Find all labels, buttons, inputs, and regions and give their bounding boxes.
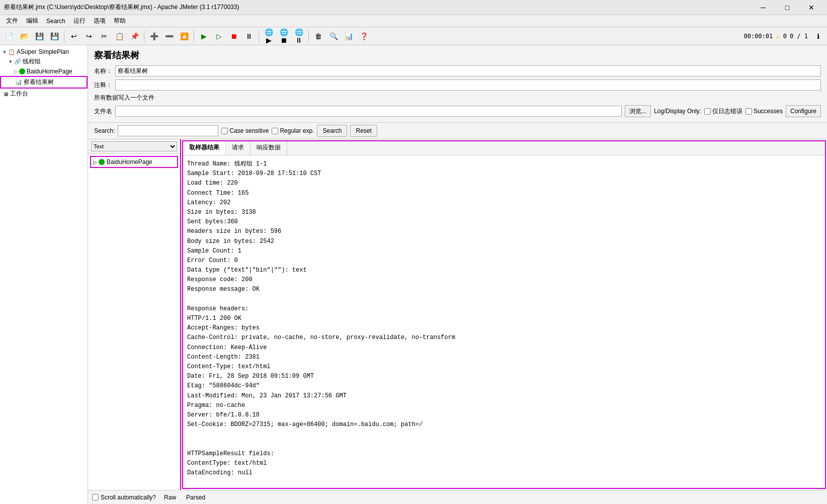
- save-button[interactable]: 💾: [32, 29, 46, 43]
- up-button[interactable]: 🔼: [177, 29, 191, 43]
- result-type-dropdown[interactable]: Text: [91, 141, 177, 151]
- reset-button[interactable]: Reset: [350, 125, 377, 137]
- clear-all-button[interactable]: 🗑: [311, 29, 325, 43]
- menu-edit[interactable]: 编辑: [22, 16, 42, 26]
- tree-item-plan[interactable]: ▼ 📋 ASuper SimplePlan: [0, 47, 88, 56]
- search-button[interactable]: Search: [317, 125, 347, 137]
- tab-response-data[interactable]: 响应数据: [251, 141, 287, 155]
- parsed-tab[interactable]: Parsed: [184, 493, 207, 502]
- success-label: Successes: [754, 108, 783, 115]
- window-controls: ─ □ ✕: [752, 0, 823, 15]
- minimize-button[interactable]: ─: [752, 0, 775, 15]
- sep2: [144, 30, 144, 42]
- tree-item-view-result[interactable]: 📊 察看结果树: [0, 76, 88, 89]
- remove-button[interactable]: ➖: [162, 29, 176, 43]
- main-layout: ▼ 📋 ASuper SimplePlan ▼ 🔗 线程组 ▷ BaiduHom…: [0, 45, 827, 504]
- raw-tab[interactable]: Raw: [162, 493, 178, 502]
- remote-stop-button[interactable]: 🌐⏹: [277, 29, 291, 43]
- remote-shutdown-button[interactable]: 🌐⏸: [292, 29, 306, 43]
- write-all-row: 所有数据写入一个文件: [94, 94, 821, 102]
- right-panel: 察看结果树 名称： 注释： 所有数据写入一个文件 文件名 浏览... Log/D…: [88, 45, 827, 504]
- scroll-checkbox[interactable]: [92, 494, 99, 500]
- close-button[interactable]: ✕: [800, 0, 823, 15]
- search-input[interactable]: [118, 125, 218, 136]
- menu-bar: 文件 编辑 Search 运行 选项 帮助: [0, 15, 827, 27]
- tree-item-wb-label: 工作台: [10, 90, 28, 98]
- paste-button[interactable]: 📌: [127, 29, 141, 43]
- menu-search[interactable]: Search: [42, 17, 69, 26]
- sep1: [64, 30, 64, 42]
- result-status-dot: [99, 159, 105, 165]
- sep4: [259, 30, 259, 42]
- add-button[interactable]: ➕: [147, 29, 161, 43]
- view-result-icon: 📊: [15, 79, 22, 86]
- save-as-button[interactable]: 💾: [47, 29, 61, 43]
- regular-exp-checkbox[interactable]: [272, 128, 278, 134]
- expand-arrow-tg: ▼: [8, 59, 13, 64]
- name-label: 名称：: [94, 67, 112, 75]
- menu-help[interactable]: 帮助: [110, 16, 130, 26]
- tree-item-thread-group[interactable]: ▼ 🔗 线程组: [0, 56, 88, 67]
- start-button[interactable]: ▶: [197, 29, 211, 43]
- result-list-header: Text: [88, 139, 180, 154]
- maximize-button[interactable]: □: [776, 0, 799, 15]
- open-button[interactable]: 📂: [17, 29, 31, 43]
- result-expand-icon: ▷: [93, 159, 97, 165]
- timer-display: 00:00:01: [743, 33, 773, 40]
- toolbar-info: 00:00:01 ⚠ 0 0 / 1 ℹ: [743, 29, 825, 43]
- result-list-body: ▷ BaiduHomePage: [88, 154, 180, 490]
- case-sensitive-text: Case sensitive: [229, 127, 269, 134]
- tree-item-tg-label: 线程组: [23, 57, 41, 66]
- browse-button[interactable]: 浏览...: [625, 105, 651, 117]
- tab-request[interactable]: 请求: [226, 141, 251, 155]
- name-row: 名称：: [94, 65, 821, 76]
- shutdown-button[interactable]: ⏸: [242, 29, 256, 43]
- function-helper-button[interactable]: 📊: [342, 29, 356, 43]
- name-input[interactable]: [115, 65, 821, 76]
- log-display-label: Log/Display Only:: [654, 108, 701, 115]
- filename-input[interactable]: [115, 106, 622, 117]
- undo-button[interactable]: ↩: [67, 29, 81, 43]
- start-no-pause-button[interactable]: ▷: [212, 29, 226, 43]
- tab-sampler-result[interactable]: 取样器结果: [183, 141, 226, 155]
- menu-options[interactable]: 选项: [90, 16, 110, 26]
- cut-button[interactable]: ✂: [97, 29, 111, 43]
- comment-label: 注释：: [94, 81, 112, 90]
- vrt-title: 察看结果树: [94, 49, 821, 61]
- success-check-label: Successes: [746, 108, 783, 115]
- expand-arrow-plan: ▼: [2, 49, 7, 55]
- result-item-baidu[interactable]: ▷ BaiduHomePage: [90, 156, 178, 168]
- warning-count: 0: [783, 33, 787, 40]
- info-button[interactable]: ℹ: [811, 29, 825, 43]
- configure-button[interactable]: Configure: [786, 105, 821, 117]
- tree-item-baidu[interactable]: ▷ BaiduHomePage: [0, 67, 88, 76]
- case-sensitive-label: Case sensitive: [221, 127, 269, 134]
- test-ratio: 0 / 1: [790, 33, 808, 40]
- comment-row: 注释：: [94, 79, 821, 91]
- bottom-tabs: Raw Parsed: [162, 493, 207, 502]
- workbench-icon: 🖥: [3, 91, 9, 97]
- data-panel: 取样器结果 请求 响应数据 Thread Name: 线程组 1-1 Sampl…: [182, 140, 826, 489]
- stop-button[interactable]: ⏹: [227, 29, 241, 43]
- new-button[interactable]: 📄: [2, 29, 16, 43]
- search-toolbar-button[interactable]: 🔍: [326, 29, 341, 43]
- write-all-label: 所有数据写入一个文件: [94, 94, 154, 102]
- sep5: [308, 30, 309, 42]
- case-sensitive-checkbox[interactable]: [221, 128, 228, 134]
- scroll-label: Scroll automatically?: [92, 494, 156, 501]
- copy-button[interactable]: 📋: [112, 29, 126, 43]
- error-label: 仅日志错误: [712, 107, 742, 116]
- redo-button[interactable]: ↪: [82, 29, 96, 43]
- help-toolbar-button[interactable]: ❓: [357, 29, 371, 43]
- menu-run[interactable]: 运行: [69, 16, 90, 26]
- comment-input[interactable]: [115, 79, 821, 91]
- thread-group-icon: 🔗: [14, 58, 21, 65]
- tree-item-workbench[interactable]: 🖥 工作台: [0, 89, 88, 99]
- plan-icon: 📋: [8, 49, 15, 55]
- success-checkbox[interactable]: [746, 108, 752, 115]
- error-checkbox[interactable]: [704, 108, 711, 115]
- result-list-panel: Text ▷ BaiduHomePage: [88, 139, 181, 490]
- warning-icon: ⚠: [776, 32, 780, 40]
- remote-start-button[interactable]: 🌐▶: [262, 29, 276, 43]
- menu-file[interactable]: 文件: [2, 16, 22, 26]
